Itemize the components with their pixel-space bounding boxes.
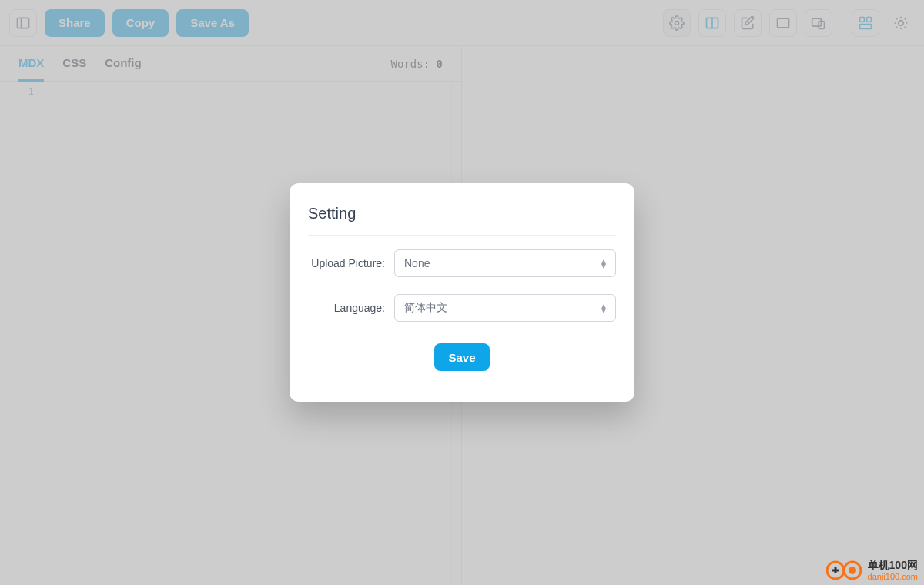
- modal-save-button[interactable]: Save: [434, 343, 489, 371]
- chevron-up-down-icon: ▴▾: [601, 303, 606, 313]
- upload-picture-value: None: [404, 257, 430, 269]
- upload-picture-select[interactable]: None ▴▾: [394, 249, 616, 277]
- chevron-up-down-icon: ▴▾: [601, 259, 606, 268]
- settings-modal: Setting Upload Picture: None ▴▾ Language…: [290, 183, 634, 402]
- modal-overlay[interactable]: Setting Upload Picture: None ▴▾ Language…: [0, 0, 924, 585]
- language-value: 简体中文: [404, 301, 447, 315]
- language-label: Language:: [308, 301, 385, 315]
- language-row: Language: 简体中文 ▴▾: [308, 294, 616, 322]
- upload-picture-row: Upload Picture: None ▴▾: [308, 249, 616, 277]
- upload-picture-label: Upload Picture:: [308, 256, 385, 270]
- modal-title: Setting: [308, 205, 616, 236]
- language-select[interactable]: 简体中文 ▴▾: [394, 294, 616, 322]
